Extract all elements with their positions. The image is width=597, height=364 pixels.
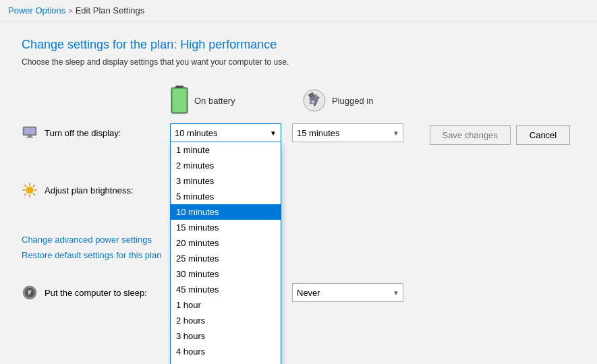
display-plugged-dropdown[interactable]: 15 minutes <box>292 123 403 142</box>
display-controls: 10 minutes ▼ 1 minute 2 minutes 3 minute… <box>170 123 403 142</box>
option-3-minutes[interactable]: 3 minutes <box>171 173 281 189</box>
display-label: Turn off the display: <box>22 125 170 141</box>
sleep-setting-row: Put the computer to sleep: Never ▼ Never… <box>22 283 575 302</box>
option-15-minutes[interactable]: 15 minutes <box>171 220 281 235</box>
brightness-setting-label: Adjust plan brightness: <box>45 185 134 195</box>
option-2-hours[interactable]: 2 hours <box>171 313 281 328</box>
display-battery-dropdown-container: 10 minutes ▼ 1 minute 2 minutes 3 minute… <box>170 123 281 142</box>
option-45-minutes[interactable]: 45 minutes <box>171 282 281 297</box>
svg-point-14 <box>26 187 33 193</box>
page-title: Change settings for the plan: High perfo… <box>22 38 575 52</box>
sleep-plugged-dropdown-wrapper: Never ▼ <box>292 283 403 302</box>
svg-line-19 <box>25 185 26 187</box>
change-advanced-settings-link[interactable]: Change advanced power settings <box>22 235 161 245</box>
save-changes-button[interactable]: Save changes <box>430 125 511 145</box>
display-plugged-dropdown-wrapper: 15 minutes ▼ <box>292 123 403 142</box>
display-setting-label: Turn off the display: <box>45 128 121 138</box>
svg-line-22 <box>25 193 26 195</box>
sleep-plugged-dropdown[interactable]: Never <box>292 283 403 302</box>
plugged-in-label: Plugged in <box>332 96 373 106</box>
breadcrumb-bar: Power Options > Edit Plan Settings <box>0 0 597 22</box>
on-battery-label: On battery <box>194 96 235 106</box>
option-30-minutes[interactable]: 30 minutes <box>171 266 281 282</box>
plugged-in-header: Plugged in <box>302 88 424 113</box>
option-25-minutes[interactable]: 25 minutes <box>171 251 281 266</box>
display-battery-dropdown-list: 1 minute 2 minutes 3 minutes 5 minutes 1… <box>170 142 281 364</box>
sleep-label: Put the computer to sleep: <box>22 284 170 301</box>
sleep-icon <box>22 284 38 301</box>
option-2-minutes[interactable]: 2 minutes <box>171 158 281 173</box>
option-1-minute[interactable]: 1 minute <box>171 142 281 158</box>
option-1-hour[interactable]: 1 hour <box>171 297 281 313</box>
svg-rect-9 <box>24 128 35 134</box>
monitor-icon <box>22 125 38 141</box>
main-content: Change settings for the plan: High perfo… <box>0 22 597 172</box>
battery-icon <box>170 86 189 115</box>
svg-rect-10 <box>28 135 32 137</box>
restore-default-settings-link[interactable]: Restore default settings for this plan <box>22 250 161 260</box>
svg-point-7 <box>312 100 314 103</box>
option-5-minutes[interactable]: 5 minutes <box>171 189 281 204</box>
svg-line-20 <box>33 193 34 195</box>
bottom-buttons: Save changes Cancel <box>430 125 570 145</box>
breadcrumb-root[interactable]: Power Options <box>8 5 65 16</box>
brightness-setting-row: Adjust plan brightness: ☼ ☀ <box>22 182 575 198</box>
cancel-button[interactable]: Cancel <box>516 125 570 145</box>
chevron-down-icon: ▼ <box>270 129 277 137</box>
option-4-hours[interactable]: 4 hours <box>171 344 281 359</box>
breadcrumb-separator: > <box>68 7 72 15</box>
svg-rect-2 <box>173 89 186 112</box>
plug-icon <box>302 88 326 113</box>
svg-line-21 <box>33 185 34 187</box>
option-20-minutes[interactable]: 20 minutes <box>171 235 281 251</box>
option-5-hours[interactable]: 5 hours <box>171 359 281 364</box>
display-battery-selected: 10 minutes <box>175 128 218 138</box>
display-battery-dropdown[interactable]: 10 minutes ▼ <box>170 123 281 142</box>
links-section: Change advanced power settings Restore d… <box>22 235 161 266</box>
sleep-setting-label: Put the computer to sleep: <box>45 288 147 298</box>
brightness-label: Adjust plan brightness: <box>22 182 170 198</box>
breadcrumb-current: Edit Plan Settings <box>76 5 145 16</box>
svg-rect-11 <box>26 137 33 138</box>
on-battery-header: On battery <box>170 86 291 115</box>
page-subtitle: Choose the sleep and display settings th… <box>22 57 575 67</box>
option-3-hours[interactable]: 3 hours <box>171 328 281 344</box>
option-10-minutes[interactable]: 10 minutes <box>171 204 281 220</box>
brightness-icon <box>22 182 38 198</box>
column-headers: On battery Plugged in <box>170 86 575 115</box>
